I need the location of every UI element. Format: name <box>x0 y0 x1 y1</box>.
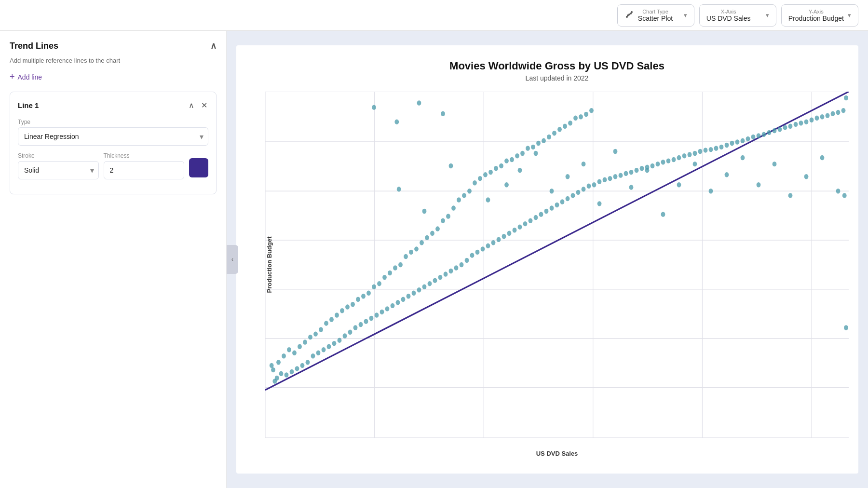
svg-point-156 <box>677 155 681 160</box>
svg-point-93 <box>398 262 403 267</box>
svg-point-183 <box>557 127 562 132</box>
svg-point-115 <box>529 218 533 223</box>
svg-point-60 <box>324 321 328 325</box>
svg-point-114 <box>441 218 445 223</box>
svg-point-78 <box>366 291 371 296</box>
svg-point-207 <box>486 197 490 202</box>
svg-point-117 <box>446 214 450 218</box>
svg-point-157 <box>515 153 519 158</box>
svg-point-126 <box>462 193 466 198</box>
svg-point-232 <box>372 105 376 109</box>
svg-point-39 <box>276 360 281 365</box>
add-line-button[interactable]: + Add line <box>10 72 42 82</box>
svg-point-37 <box>270 363 274 368</box>
svg-point-151 <box>661 160 665 164</box>
svg-point-178 <box>757 133 761 138</box>
svg-point-230 <box>844 325 848 330</box>
y-axis-value: Production Budget <box>788 14 844 22</box>
svg-point-110 <box>513 228 517 232</box>
svg-point-47 <box>316 351 321 355</box>
svg-point-69 <box>345 304 350 309</box>
svg-point-171 <box>730 141 734 146</box>
line-1-title: Line 1 <box>18 101 39 109</box>
svg-point-189 <box>568 121 572 125</box>
svg-point-160 <box>520 151 525 156</box>
color-swatch-button[interactable] <box>189 158 208 177</box>
collapse-panel-button[interactable]: ‹ <box>227 245 238 274</box>
svg-point-108 <box>430 231 434 236</box>
line-1-close-button[interactable]: ✕ <box>200 100 208 111</box>
svg-point-144 <box>635 168 639 173</box>
svg-point-186 <box>563 124 567 129</box>
svg-point-100 <box>414 246 419 251</box>
svg-point-84 <box>428 281 432 286</box>
svg-point-139 <box>483 172 488 177</box>
svg-point-166 <box>714 146 719 150</box>
svg-point-103 <box>420 240 424 245</box>
svg-point-63 <box>364 319 368 324</box>
type-select[interactable]: Linear Regression Polynomial Exponential… <box>18 127 208 146</box>
svg-point-41 <box>282 353 286 358</box>
stroke-select[interactable]: Solid Dashed Dotted <box>18 161 99 179</box>
svg-point-120 <box>451 205 456 210</box>
svg-point-227 <box>804 174 809 179</box>
svg-point-77 <box>407 294 411 298</box>
svg-point-87 <box>438 275 443 280</box>
scatter-icon <box>624 10 634 21</box>
svg-point-153 <box>666 158 671 163</box>
svg-point-59 <box>353 325 358 330</box>
svg-point-57 <box>348 329 353 334</box>
collapse-sidebar-icon[interactable]: ∧ <box>210 41 217 51</box>
svg-point-173 <box>542 138 546 143</box>
svg-point-50 <box>303 339 307 344</box>
chart-title: Movies Worldwide Gross by US DVD Sales <box>265 60 849 72</box>
svg-point-4 <box>630 13 632 14</box>
svg-point-35 <box>271 367 275 372</box>
svg-point-169 <box>725 143 729 148</box>
type-select-wrapper: Linear Regression Polynomial Exponential… <box>18 127 208 146</box>
y-axis-button[interactable]: Y-Axis Production Budget ▾ <box>781 4 858 27</box>
svg-point-164 <box>526 146 530 150</box>
svg-point-36 <box>285 372 289 377</box>
svg-point-175 <box>746 136 750 141</box>
svg-point-143 <box>629 170 634 175</box>
line-1-collapse-button[interactable]: ∧ <box>188 100 195 111</box>
svg-point-203 <box>844 95 848 100</box>
svg-point-107 <box>502 234 506 239</box>
svg-point-217 <box>645 168 650 173</box>
svg-point-68 <box>380 310 384 314</box>
svg-point-165 <box>709 147 713 152</box>
svg-point-46 <box>311 353 315 358</box>
svg-point-174 <box>741 138 745 143</box>
svg-point-122 <box>555 203 559 207</box>
line-1-card: Line 1 ∧ ✕ Type Linear Regression Polyno… <box>10 92 217 194</box>
svg-point-129 <box>467 189 472 193</box>
svg-point-141 <box>624 171 628 176</box>
thickness-input[interactable] <box>104 161 185 179</box>
svg-point-220 <box>693 162 697 166</box>
svg-point-222 <box>725 172 729 177</box>
chart-area: Production Budget US DVD Sales <box>265 92 849 438</box>
svg-point-92 <box>454 265 459 270</box>
svg-point-132 <box>592 182 597 187</box>
svg-point-159 <box>688 152 692 157</box>
svg-point-131 <box>587 184 591 189</box>
svg-point-70 <box>385 306 390 311</box>
svg-point-211 <box>550 189 554 193</box>
svg-point-101 <box>481 246 485 251</box>
svg-point-221 <box>709 189 713 193</box>
svg-point-44 <box>306 360 310 365</box>
svg-point-74 <box>356 297 360 302</box>
color-swatch-wrapper <box>189 158 208 186</box>
svg-point-206 <box>449 163 453 168</box>
chart-type-button[interactable]: Chart Type Scatter Plot ▾ <box>617 4 694 27</box>
svg-point-193 <box>573 116 578 121</box>
svg-point-48 <box>298 344 302 349</box>
svg-point-124 <box>457 197 461 202</box>
svg-point-209 <box>518 168 522 173</box>
x-axis-button[interactable]: X-Axis US DVD Sales ▾ <box>699 4 776 27</box>
x-axis-chevron: ▾ <box>766 12 769 19</box>
svg-point-76 <box>361 294 366 298</box>
svg-point-150 <box>656 162 660 166</box>
svg-point-105 <box>425 235 429 240</box>
